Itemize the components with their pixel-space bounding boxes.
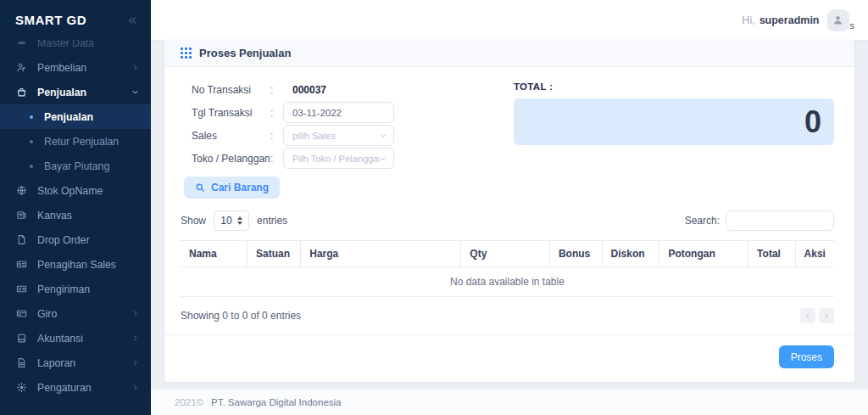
footer-year: 2021© (175, 397, 203, 407)
money-check-icon (15, 259, 27, 270)
sidebar-item-label: Stok OpName (37, 185, 139, 197)
sidebar-subitem-label: Retur Penjualan (44, 136, 119, 148)
user-icon (15, 62, 27, 73)
sidebar-item-stok-opname[interactable]: Stok OpName (0, 178, 151, 203)
globe-icon (15, 185, 27, 196)
sidebar-item-label: Kanvas (37, 210, 139, 222)
transaction-form: No Transaksi : 000037 Tgl Transaksi : Sa… (192, 79, 394, 199)
avatar[interactable] (827, 9, 849, 31)
cari-barang-button[interactable]: Cari Barang (184, 177, 280, 199)
page-size-value: 10 (220, 215, 231, 227)
basket-icon (15, 87, 27, 98)
sidebar-subitem-label: Penjualan (44, 111, 93, 123)
book-icon (15, 333, 27, 344)
double-chevron-left-icon (127, 15, 137, 25)
page-size-select[interactable]: 10 (214, 210, 249, 231)
proses-penjualan-card: Proses Penjualan No Transaksi : 000037 T… (164, 40, 854, 382)
user-menu[interactable]: s (827, 9, 855, 31)
sidebar-collapse-button[interactable] (127, 15, 137, 25)
sidebar-item-pembelian[interactable]: Pembelian (0, 55, 151, 80)
total-box: 0 (514, 98, 834, 145)
empty-row: No data available in table (181, 267, 834, 297)
gear-icon (15, 382, 27, 393)
card-body: No Transaksi : 000037 Tgl Transaksi : Sa… (164, 67, 854, 323)
topbar: Hi, superadmin s (151, 0, 868, 40)
empty-message: No data available in table (181, 267, 834, 297)
sidebar-item-label: Drop Order (37, 234, 139, 246)
chevron-down-icon (380, 132, 387, 139)
sidebar-header: SMART GD (0, 0, 151, 40)
grid-icon (181, 48, 192, 59)
sales-label: Sales (192, 130, 270, 142)
chevron-down-icon (131, 88, 139, 96)
sidebar-item-penagihan-sales[interactable]: Penagihan Sales (0, 252, 151, 277)
tgl-transaksi-label: Tgl Transaksi (192, 107, 270, 119)
report-icon (15, 357, 27, 368)
chevron-right-icon (131, 359, 139, 367)
username-text: superadmin (760, 14, 820, 26)
table-controls: Show 10 entries Search: (181, 210, 834, 231)
greeting-text: Hi, (742, 14, 754, 26)
bullet-icon (30, 140, 33, 143)
form-row-toko-pelanggan: Toko / Pelanggan : Pilh Toko / Pelanggan (192, 148, 394, 169)
sidebar-nav: Master Data Pembelian Penjualan Penjuala… (0, 31, 151, 415)
column-header-diskon: Diskon (602, 241, 659, 267)
brand-logo: SMART GD (15, 13, 86, 27)
sidebar-subitem-label: Bayar Piutang (44, 160, 109, 172)
colon-separator: : (270, 153, 283, 165)
toko-pelanggan-select[interactable]: Pilh Toko / Pelanggan (283, 148, 394, 169)
sidebar-subitem-bayar-piutang[interactable]: Bayar Piutang (0, 154, 151, 178)
total-value: 0 (804, 104, 821, 140)
search-group: Search: (685, 210, 834, 231)
entries-info: Showing 0 to 0 of 0 entries (181, 310, 301, 322)
sidebar-item-kanvas[interactable]: Kanvas (0, 203, 151, 227)
search-label: Search: (685, 215, 720, 227)
proses-button[interactable]: Proses (779, 345, 834, 368)
tgl-transaksi-input[interactable] (283, 102, 394, 123)
sidebar-item-pengaturan[interactable]: Pengaturan (0, 375, 151, 400)
no-transaksi-value: 000037 (283, 84, 326, 96)
sidebar-subitem-penjualan[interactable]: Penjualan (0, 104, 151, 129)
chevron-left-icon (804, 312, 811, 319)
bullet-icon (30, 115, 33, 119)
pagination-next-button[interactable] (819, 308, 834, 323)
sidebar-item-label: Pengaturan (37, 382, 121, 394)
colon-separator: : (270, 84, 283, 96)
bullet-icon (30, 165, 33, 168)
pagination (800, 308, 834, 323)
column-header-potongan: Potongan (659, 241, 748, 267)
column-header-aksi: Aksi (795, 241, 834, 267)
column-header-harga: Harga (301, 241, 461, 267)
sidebar-item-label: Giro (37, 308, 121, 320)
column-header-qty: Qty (461, 241, 550, 267)
sidebar-item-pengiriman[interactable]: Pengiriman (0, 277, 151, 301)
search-input[interactable] (726, 210, 834, 231)
chevron-right-icon (131, 64, 139, 71)
sidebar-item-label: Pembelian (37, 62, 121, 74)
sidebar-item-laporan[interactable]: Laporan (0, 351, 151, 375)
money-check-icon (15, 283, 27, 294)
chevron-right-icon (131, 310, 139, 317)
sales-select[interactable]: pilih Sales (283, 125, 394, 146)
column-header-nama: Nama (181, 241, 248, 267)
total-block: TOTAL : 0 (514, 79, 834, 199)
sidebar-subitem-retur-penjualan[interactable]: Retur Penjualan (0, 129, 151, 154)
sidebar-item-giro[interactable]: Giro (0, 301, 151, 326)
no-transaksi-label: No Transaksi (192, 84, 270, 96)
file-icon (15, 234, 27, 245)
avatar-letter: s (850, 20, 855, 31)
sidebar-item-penjualan[interactable]: Penjualan (0, 80, 151, 104)
main-area: Hi, superadmin s Proses Penjualan No (151, 0, 868, 415)
credit-card-icon (15, 308, 27, 319)
table-header-row: Nama Satuan Harga Qty Bonus Diskon Poton… (181, 241, 834, 267)
pagination-prev-button[interactable] (800, 308, 815, 323)
column-header-total: Total (748, 241, 795, 267)
colon-separator: : (270, 107, 283, 119)
sidebar-item-label: Akuntansi (37, 333, 121, 345)
sidebar-item-akuntansi[interactable]: Akuntansi (0, 326, 151, 351)
person-icon (832, 14, 844, 26)
sales-select-placeholder: pilih Sales (292, 131, 336, 141)
entries-label: entries (257, 215, 287, 227)
sidebar-item-drop-order[interactable]: Drop Order (0, 227, 151, 252)
chevron-right-icon (131, 334, 139, 342)
